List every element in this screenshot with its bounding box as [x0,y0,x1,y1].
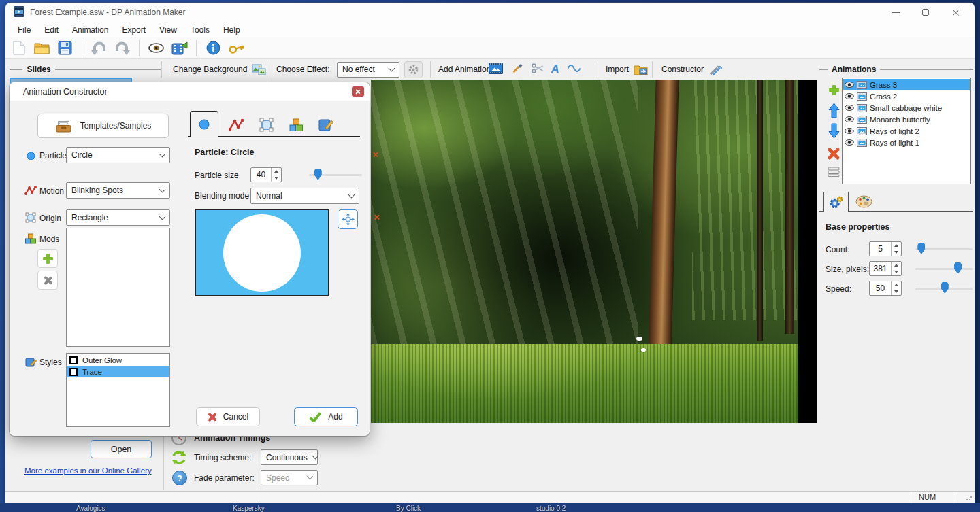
slider-thumb[interactable] [954,262,962,274]
timing-scheme-dropdown[interactable]: Continuous [261,449,318,465]
origin-dropdown[interactable]: Rectangle [66,209,170,226]
effect-dropdown[interactable]: No effect [337,59,399,80]
open-file-button[interactable] [33,39,51,57]
tab-styles[interactable] [312,114,340,136]
dialog-close-button[interactable] [352,86,364,97]
preview-canvas[interactable] [371,80,817,423]
spin-down-button[interactable] [272,175,281,182]
slider-thumb[interactable] [917,243,925,254]
change-background-button[interactable]: Change Background [173,59,266,80]
scissors-tool-button[interactable] [531,63,544,76]
move-layer-up-button[interactable] [826,102,842,118]
remove-mod-button[interactable] [37,271,58,290]
text-tool-button[interactable]: A [551,63,559,75]
save-button[interactable] [56,39,74,57]
particle-preview-circle [223,214,301,292]
particle-dropdown[interactable]: Circle [66,147,170,163]
visibility-eye-icon[interactable] [845,116,854,122]
animations-group-label: Animations [819,59,973,80]
particle-size-slider[interactable] [309,167,362,182]
resize-grip[interactable] [966,494,973,501]
style-row-trace[interactable]: Trace [67,366,169,377]
about-button[interactable] [204,39,223,57]
animation-layer-row[interactable]: Small cabbage white [843,102,970,114]
visibility-eye-icon[interactable] [845,139,854,146]
tab-particle[interactable] [190,111,218,137]
menu-tools[interactable]: Tools [184,23,216,37]
undo-button[interactable] [90,39,108,57]
export-video-button[interactable] [170,39,189,57]
tab-motion[interactable] [222,114,250,136]
menu-edit[interactable]: Edit [37,23,65,37]
import-button[interactable]: Import [606,59,648,80]
add-mod-button[interactable] [37,249,58,268]
menu-view[interactable]: View [152,23,184,37]
spin-down-button[interactable] [892,288,901,295]
animation-layer-row[interactable]: Grass 2 [843,90,970,102]
add-video-animation-button[interactable] [489,63,503,76]
visibility-eye-icon[interactable] [845,105,854,111]
menu-help[interactable]: Help [216,23,247,37]
register-button[interactable] [227,39,246,57]
size-slider[interactable] [915,261,973,276]
spin-down-button[interactable] [892,249,901,256]
checkbox-unchecked[interactable] [69,356,78,364]
motion-icon [24,184,37,197]
tab-origin[interactable] [252,114,280,136]
move-layer-down-button[interactable] [826,122,842,139]
slider-thumb[interactable] [314,169,322,180]
speed-spinner[interactable]: 50 [869,281,902,296]
redo-button[interactable] [113,39,131,57]
online-gallery-link[interactable]: More examples in our Online Gallery [24,466,152,475]
tab-mods[interactable] [282,114,310,136]
open-example-button[interactable]: Open [91,440,152,458]
checkbox-unchecked[interactable] [69,368,78,376]
animation-layer-row[interactable]: Rays of light 2 [843,125,970,137]
close-button[interactable] [941,3,970,22]
blending-mode-dropdown[interactable]: Normal [250,188,359,204]
minimize-button[interactable] [881,3,911,22]
animation-layer-row[interactable]: Monarch butterfly [843,114,970,125]
save-icon [58,41,72,55]
cancel-button[interactable]: Cancel [196,407,260,426]
fade-parameter-dropdown[interactable]: Speed [261,470,318,485]
fit-preview-button[interactable] [338,209,358,229]
mods-list[interactable] [66,228,170,347]
visibility-eye-icon[interactable] [845,82,854,88]
spin-up-button[interactable] [892,242,901,249]
animation-layer-row[interactable]: Rays of light 1 [843,137,970,148]
add-animation-layer-button[interactable] [826,82,842,98]
delete-layer-button[interactable] [826,146,842,162]
count-slider[interactable] [915,241,973,256]
effect-settings-button[interactable] [404,59,423,80]
particle-size-spinner[interactable]: 40 [250,167,282,182]
visibility-eye-icon[interactable] [845,93,854,99]
count-spinner[interactable]: 5 [869,241,902,256]
spin-up-button[interactable] [272,168,281,175]
slider-thumb[interactable] [941,282,949,294]
spin-down-button[interactable] [892,269,901,275]
maximize-button[interactable] [911,3,941,22]
spin-up-button[interactable] [892,262,901,269]
brush-tool-button[interactable] [510,62,523,77]
style-row-outer-glow[interactable]: Outer Glow [67,354,169,366]
motion-dropdown[interactable]: Blinking Spots [66,182,170,199]
menu-file[interactable]: File [11,23,37,37]
tab-colors[interactable] [851,192,877,211]
visibility-eye-icon[interactable] [845,128,854,134]
templates-samples-button[interactable]: Templates/Samples [37,114,169,138]
spin-up-button[interactable] [892,281,901,288]
new-file-button[interactable] [10,39,28,57]
constructor-button[interactable]: Constructor [662,59,723,80]
menu-animation[interactable]: Animation [65,23,115,37]
layer-list-button[interactable] [826,163,842,180]
speed-slider[interactable] [915,281,973,296]
animation-layer-row[interactable]: Grass 3 [843,79,970,90]
app-icon [14,6,24,19]
size-spinner[interactable]: 381 [869,261,902,276]
wave-tool-button[interactable] [567,63,581,75]
add-button[interactable]: Add [294,407,358,426]
preview-button[interactable] [147,39,165,57]
tab-base-properties[interactable] [823,192,849,212]
menu-export[interactable]: Export [115,23,152,37]
